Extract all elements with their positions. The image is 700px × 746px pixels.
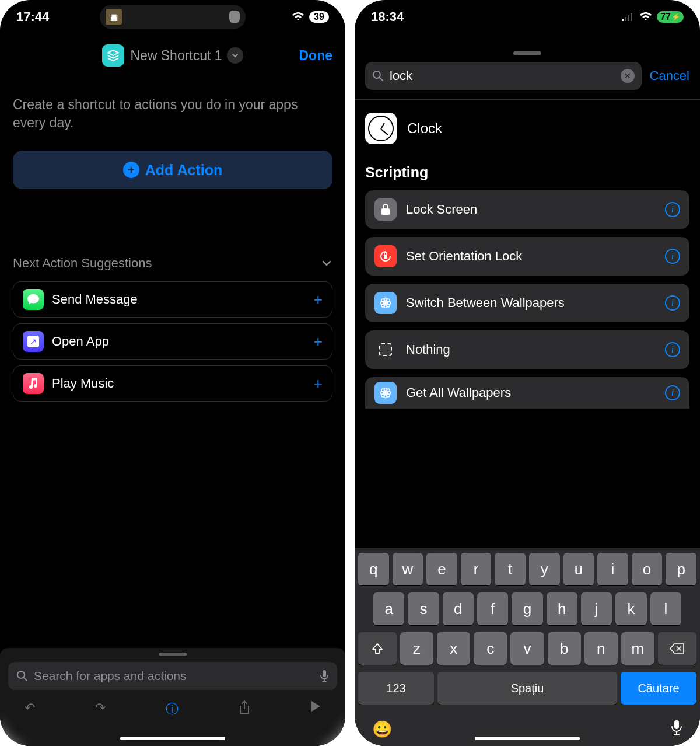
key-t[interactable]: t [495,553,526,585]
key-b[interactable]: b [548,632,581,665]
key-space[interactable]: Spațiu [438,672,617,705]
intro-text: Create a shortcut to actions you do in y… [13,96,332,132]
home-indicator[interactable] [120,737,225,740]
key-n[interactable]: n [584,632,618,665]
chevron-down-icon [321,257,332,269]
sheet-grabber[interactable] [159,653,187,656]
svg-rect-5 [628,15,629,21]
add-icon[interactable]: + [314,333,323,351]
key-d[interactable]: d [443,592,474,625]
svg-point-21 [384,391,387,395]
svg-point-7 [373,71,380,78]
plus-circle-icon: + [123,162,139,178]
suggestions-header[interactable]: Next Action Suggestions [13,255,332,272]
cancel-button[interactable]: Cancel [650,68,690,83]
suggestion-open-app[interactable]: ↗ Open App + [13,323,332,360]
suggestion-play-music[interactable]: Play Music + [13,365,332,402]
search-input[interactable] [390,68,615,83]
key-f[interactable]: f [477,592,508,625]
key-o[interactable]: o [632,553,663,585]
action-set-orientation-lock[interactable]: Set Orientation Lock i [365,237,690,276]
add-icon[interactable]: + [314,375,323,393]
key-x[interactable]: x [437,632,470,665]
key-y[interactable]: y [529,553,560,585]
key-g[interactable]: g [512,592,542,625]
app-result-label: Clock [407,120,442,137]
dictation-button[interactable] [671,720,682,739]
shortcut-app-icon[interactable] [102,44,124,67]
key-s[interactable]: s [408,592,439,625]
key-search[interactable]: Căutare [621,672,696,705]
key-z[interactable]: z [400,632,433,665]
action-label: Switch Between Wallpapers [406,295,656,311]
key-q[interactable]: q [358,553,389,585]
action-switch-wallpapers[interactable]: Switch Between Wallpapers i [365,284,690,322]
key-a[interactable]: a [373,592,404,625]
bottom-sheet[interactable]: Search for apps and actions ↶ ↷ ⓘ [0,648,345,746]
key-v[interactable]: v [510,632,544,665]
svg-rect-30 [674,720,679,729]
add-icon[interactable]: + [314,291,323,309]
info-icon[interactable]: i [665,385,680,400]
dynamic-island[interactable]: ▦ [100,5,246,29]
key-shift[interactable] [358,632,397,665]
svg-point-20 [382,304,384,307]
action-lock-screen[interactable]: Lock Screen i [365,190,690,229]
home-indicator[interactable] [475,737,580,740]
info-icon[interactable]: i [665,202,680,217]
key-e[interactable]: e [426,553,457,585]
key-p[interactable]: p [666,553,696,585]
svg-point-18 [387,304,390,307]
key-row-2: a s d f g h j k l [358,592,696,625]
clock-app-icon [365,113,397,144]
mic-icon[interactable] [320,670,329,682]
info-button[interactable]: ⓘ [166,700,178,718]
emoji-button[interactable]: 😀 [372,720,393,739]
play-button[interactable] [310,700,321,718]
info-icon[interactable]: i [665,295,680,311]
share-button[interactable] [239,700,250,718]
key-i[interactable]: i [597,553,628,585]
done-button[interactable]: Done [299,48,333,64]
key-r[interactable]: r [461,553,492,585]
section-title: Scripting [365,164,690,181]
title-menu-button[interactable] [227,47,243,64]
svg-point-27 [387,394,390,397]
clear-search-button[interactable]: ✕ [621,69,635,83]
key-w[interactable]: w [393,553,424,585]
key-l[interactable]: l [650,592,681,625]
messages-app-icon [23,289,44,310]
svg-line-1 [24,678,27,681]
key-h[interactable]: h [547,592,578,625]
undo-button[interactable]: ↶ [24,700,35,718]
svg-point-0 [18,671,24,678]
search-bar[interactable]: Search for apps and actions [8,662,337,690]
key-numbers[interactable]: 123 [358,672,434,705]
suggestions-title: Next Action Suggestions [13,256,152,271]
key-j[interactable]: j [581,592,612,625]
info-icon[interactable]: i [665,249,680,264]
battery-pill: 39 [309,11,329,23]
add-action-button[interactable]: + Add Action [13,151,332,189]
info-icon[interactable]: i [665,342,680,357]
key-delete[interactable] [658,632,696,665]
shortcut-title[interactable]: New Shortcut 1 [130,48,222,64]
action-nothing[interactable]: Nothing i [365,330,690,369]
shortcut-header: New Shortcut 1 Done [0,34,345,77]
key-c[interactable]: c [474,632,507,665]
app-result-clock[interactable]: Clock [365,113,690,144]
island-app-icon: ▦ [106,9,122,25]
search-results: Clock Scripting Lock Screen i Set Orient… [355,100,700,548]
action-get-all-wallpapers[interactable]: Get All Wallpapers i [365,377,690,409]
svg-rect-6 [631,13,632,21]
search-bar[interactable]: ✕ [365,62,642,90]
wifi-icon [292,12,304,22]
key-u[interactable]: u [564,553,594,585]
svg-point-29 [382,394,384,397]
key-m[interactable]: m [621,632,654,665]
suggestion-send-message[interactable]: Send Message + [13,281,332,318]
key-k[interactable]: k [615,592,646,625]
music-app-icon [23,373,44,394]
redo-button[interactable]: ↷ [95,700,106,718]
sheet-grabber[interactable] [513,51,541,55]
